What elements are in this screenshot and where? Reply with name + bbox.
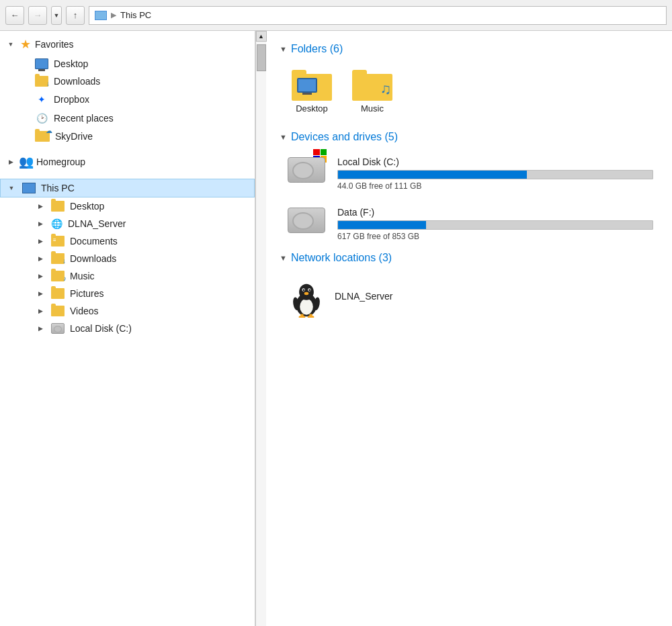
desktop-sub-label: Desktop — [70, 201, 104, 212]
penguin-icon — [288, 277, 325, 318]
address-bar: ← → ▼ ↑ ▶ This PC — [0, 0, 672, 31]
svg-rect-11 — [309, 314, 312, 318]
svg-point-6 — [308, 289, 310, 291]
desktop-fav-icon — [35, 58, 48, 69]
homegroup-label: Homegroup — [36, 156, 85, 167]
svg-point-5 — [303, 289, 305, 291]
localdisk-sub-icon — [51, 323, 65, 334]
folder-body — [292, 74, 332, 101]
sidebar-item-dropbox-fav[interactable]: ✦ Dropbox — [0, 90, 255, 109]
sidebar-item-downloads-fav[interactable]: Downloads — [0, 73, 255, 90]
devices-section-title[interactable]: Devices and drives (5) — [291, 131, 398, 143]
main-layout: ▼ ★ Favorites Desktop Downloads ✦ Dropbo… — [0, 31, 672, 626]
desktop-folder-icon — [292, 67, 332, 101]
music-sub-label: Music — [70, 271, 95, 281]
drive-c-info: Local Disk (C:) 44.0 GB free of 111 GB — [337, 156, 653, 191]
recent-icon: 🕑 — [35, 112, 48, 124]
dlna-sub-icon: 🌐 — [51, 218, 62, 229]
thispc-path-icon — [95, 11, 107, 20]
documents-sub-label: Documents — [70, 236, 118, 247]
folders-section-title[interactable]: Folders (6) — [291, 43, 343, 55]
skydrive-icon — [35, 131, 50, 142]
thispc-icon — [22, 183, 36, 193]
sidebar-item-dlna[interactable]: ▶ 🌐 DLNA_Server — [0, 215, 255, 232]
path-separator: ▶ — [111, 11, 116, 19]
documents-sub-arrow: ▶ — [35, 236, 46, 247]
sidebar-item-pictures[interactable]: ▶ Pictures — [0, 285, 255, 302]
up-button[interactable]: ↑ — [66, 6, 85, 25]
favorites-arrow: ▼ — [5, 39, 16, 50]
homegroup-header[interactable]: ▶ 👥 Homegroup — [0, 150, 255, 173]
drive-c-progress — [337, 170, 653, 179]
forward-button[interactable]: → — [28, 6, 47, 25]
sidebar-item-desktop-fav[interactable]: Desktop — [0, 55, 255, 73]
pictures-sub-icon — [51, 288, 65, 299]
homegroup-section: ▶ 👥 Homegroup — [0, 148, 255, 176]
network-item-dlna[interactable]: DLNA_Server — [280, 272, 661, 323]
homegroup-arrow: ▶ — [5, 156, 16, 167]
scrollbar-up-button[interactable]: ▲ — [256, 31, 267, 42]
downloads-sub-label: Downloads — [70, 253, 116, 264]
sidebar: ▼ ★ Favorites Desktop Downloads ✦ Dropbo… — [0, 31, 255, 626]
network-section-arrow[interactable]: ▼ — [280, 254, 287, 262]
sidebar-item-downloads[interactable]: ▶ Downloads — [0, 250, 255, 267]
pictures-sub-label: Pictures — [70, 288, 104, 299]
scrollbar-thumb[interactable] — [257, 44, 266, 71]
folders-section-header: ▼ Folders (6) — [280, 43, 661, 55]
videos-sub-arrow: ▶ — [35, 306, 46, 316]
drive-c-fill — [338, 171, 527, 179]
hdd-f-body — [288, 208, 325, 233]
hdd-c-body — [288, 157, 325, 183]
dlna-name: DLNA_Server — [335, 291, 653, 302]
folder-item-music[interactable]: ♫ Music — [345, 63, 399, 118]
homegroup-icon: 👥 — [19, 154, 34, 169]
folder-item-desktop[interactable]: Desktop — [285, 63, 339, 118]
sidebar-item-music[interactable]: ▶ Music — [0, 267, 255, 285]
drive-c-icon — [288, 157, 328, 191]
network-section-title[interactable]: Network locations (3) — [291, 252, 392, 264]
drive-item-f[interactable]: Data (F:) 617 GB free of 853 GB — [280, 202, 661, 247]
history-dropdown[interactable]: ▼ — [51, 6, 62, 25]
drive-item-c[interactable]: Local Disk (C:) 44.0 GB free of 111 GB — [280, 151, 661, 196]
drive-f-size: 617 GB free of 853 GB — [337, 232, 653, 241]
desktop-sub-icon — [51, 201, 65, 212]
skydrive-fav-label: SkyDrive — [55, 131, 93, 142]
thispc-header[interactable]: ▼ This PC — [0, 179, 255, 197]
svg-point-2 — [299, 284, 314, 300]
sidebar-item-skydrive-fav[interactable]: SkyDrive — [0, 128, 255, 145]
music-sub-icon — [51, 271, 65, 281]
content-area: ▼ Folders (6) Desktop ♫ — [269, 31, 672, 626]
drive-f-progress — [337, 220, 653, 230]
downloads-fav-icon — [35, 76, 48, 87]
back-button[interactable]: ← — [5, 6, 24, 25]
videos-sub-label: Videos — [70, 306, 99, 316]
network-section-header: ▼ Network locations (3) — [280, 252, 661, 264]
sidebar-item-documents[interactable]: ▶ Documents — [0, 232, 255, 250]
star-icon: ★ — [19, 38, 32, 51]
dlna-info: DLNA_Server — [335, 291, 653, 304]
sidebar-item-localdisk[interactable]: ▶ Local Disk (C:) — [0, 320, 255, 337]
sidebar-item-videos[interactable]: ▶ Videos — [0, 302, 255, 320]
downloads-sub-icon — [51, 253, 65, 264]
favorites-section: ▼ ★ Favorites Desktop Downloads ✦ Dropbo… — [0, 31, 255, 148]
dlna-sub-label: DLNA_Server — [68, 218, 126, 229]
address-path[interactable]: ▶ This PC — [89, 6, 667, 25]
devices-section-arrow[interactable]: ▼ — [280, 133, 287, 141]
svg-point-7 — [304, 292, 309, 295]
pictures-sub-arrow: ▶ — [35, 288, 46, 299]
drive-f-info: Data (F:) 617 GB free of 853 GB — [337, 207, 653, 241]
thispc-arrow: ▼ — [6, 183, 17, 193]
dropbox-fav-label: Dropbox — [54, 94, 89, 105]
drive-f-name: Data (F:) — [337, 207, 653, 218]
sidebar-item-desktop[interactable]: ▶ Desktop — [0, 197, 255, 215]
music-sub-arrow: ▶ — [35, 271, 46, 281]
sidebar-item-recent-fav[interactable]: 🕑 Recent places — [0, 109, 255, 128]
folders-section-arrow[interactable]: ▼ — [280, 45, 287, 53]
dlna-sub-arrow: ▶ — [35, 218, 46, 229]
drive-c-size: 44.0 GB free of 111 GB — [337, 181, 653, 191]
videos-sub-icon — [51, 306, 65, 316]
documents-sub-icon — [51, 236, 65, 247]
sidebar-scrollbar[interactable]: ▲ — [255, 31, 266, 626]
svg-point-1 — [300, 299, 313, 315]
favorites-header[interactable]: ▼ ★ Favorites — [0, 34, 255, 55]
